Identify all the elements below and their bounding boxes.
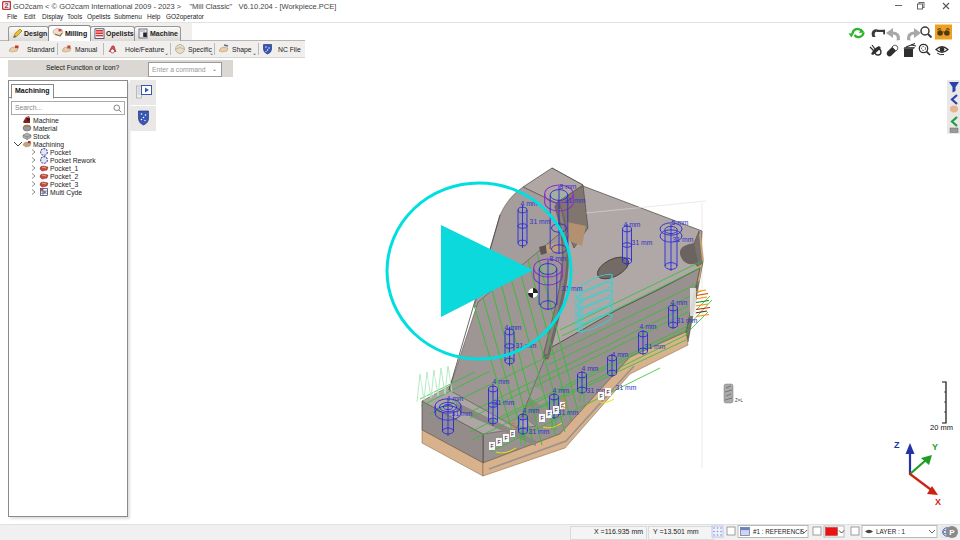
svg-text:F: F xyxy=(607,389,610,395)
svg-text:F: F xyxy=(491,443,494,449)
svg-text:4 mm: 4 mm xyxy=(553,387,570,394)
svg-text:31 mm: 31 mm xyxy=(562,285,583,292)
svg-text:31 mm: 31 mm xyxy=(645,343,666,350)
svg-text:4 mm: 4 mm xyxy=(582,365,599,372)
svg-text:P: P xyxy=(949,528,955,537)
svg-text:Z: Z xyxy=(894,440,900,450)
svg-text:31 mm: 31 mm xyxy=(632,239,653,246)
svg-text:Pocket_1: Pocket_1 xyxy=(50,165,79,173)
svg-text:5 mm: 5 mm xyxy=(672,219,689,226)
svg-text:F: F xyxy=(548,411,551,417)
svg-text:F: F xyxy=(600,393,603,399)
svg-text:31 mm: 31 mm xyxy=(558,409,579,416)
svg-text:Multi Cyde: Multi Cyde xyxy=(50,189,82,197)
svg-text:20 mm: 20 mm xyxy=(930,423,953,432)
svg-text:Pocket_2: Pocket_2 xyxy=(50,173,79,181)
svg-text:4 mm: 4 mm xyxy=(523,407,540,414)
svg-text:Z=L: Z=L xyxy=(735,398,743,403)
svg-text:LAYER : 1: LAYER : 1 xyxy=(876,528,905,535)
svg-text:31 mm: 31 mm xyxy=(452,410,473,417)
svg-text:Stock: Stock xyxy=(33,133,51,140)
svg-text:31 mm: 31 mm xyxy=(529,428,550,435)
svg-text:F: F xyxy=(541,415,544,421)
svg-text:4 mm: 4 mm xyxy=(612,351,629,358)
svg-text:2: 2 xyxy=(5,2,9,9)
svg-text:Machining: Machining xyxy=(33,141,64,149)
svg-text:8 mm: 8 mm xyxy=(550,255,567,262)
svg-text:Y: Y xyxy=(932,442,938,452)
svg-text:4 mm: 4 mm xyxy=(671,299,688,306)
svg-text:F: F xyxy=(505,435,508,441)
svg-text:Pocket: Pocket xyxy=(50,149,71,156)
svg-text:Material: Material xyxy=(33,125,58,132)
svg-text:F: F xyxy=(498,439,501,445)
svg-text:4 mm: 4 mm xyxy=(640,323,657,330)
svg-text:4 mm: 4 mm xyxy=(624,221,641,228)
svg-text:31 mm: 31 mm xyxy=(677,317,698,324)
svg-text:31 mm: 31 mm xyxy=(616,384,637,391)
svg-text:4 mm: 4 mm xyxy=(493,378,510,385)
svg-text:4 mm: 4 mm xyxy=(447,395,464,402)
svg-text:31 mm: 31 mm xyxy=(565,197,586,204)
svg-text:F: F xyxy=(555,407,558,413)
svg-text:31 mm: 31 mm xyxy=(530,218,551,225)
svg-text:31 mm: 31 mm xyxy=(587,387,608,394)
svg-text:Pocket Rework: Pocket Rework xyxy=(50,157,96,164)
svg-text:31 mm: 31 mm xyxy=(494,399,515,406)
svg-text:31 mm: 31 mm xyxy=(673,236,694,243)
svg-text:Machine: Machine xyxy=(33,117,59,124)
svg-text:#1 : REFERENCE: #1 : REFERENCE xyxy=(753,528,804,535)
svg-text:Pocket_3: Pocket_3 xyxy=(50,181,79,189)
svg-text:4 mm: 4 mm xyxy=(505,324,522,331)
svg-text:F: F xyxy=(511,431,514,437)
svg-text:8 mm: 8 mm xyxy=(560,183,577,190)
svg-text:X: X xyxy=(935,497,941,507)
